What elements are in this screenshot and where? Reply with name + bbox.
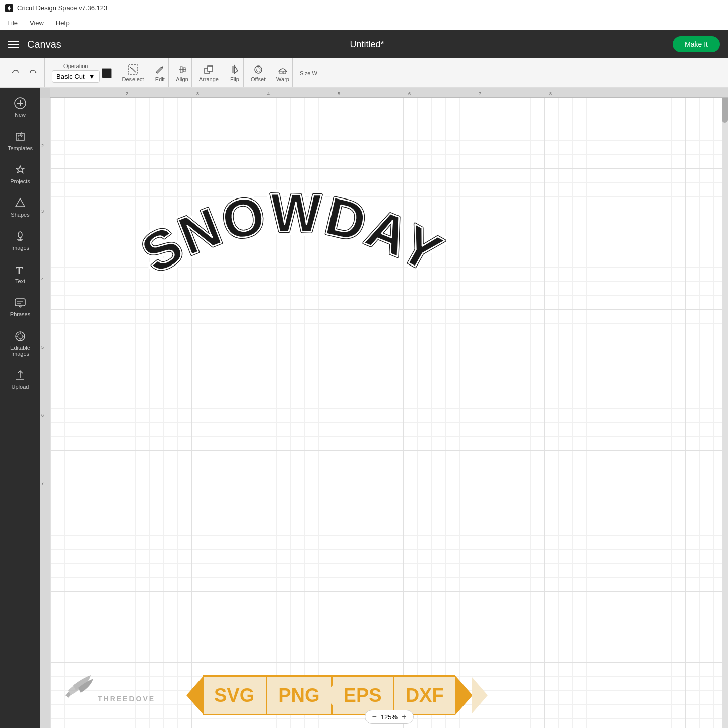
svg-point-25 — [18, 334, 23, 339]
svg-rect-21 — [15, 299, 25, 306]
sidebar-item-templates[interactable]: Templates — [2, 125, 38, 156]
ruler-left: 2 3 4 5 6 7 — [40, 98, 50, 728]
ruler-num-5: 5 — [338, 91, 340, 96]
title-bar: Cricut Design Space v7.36.123 — [0, 0, 728, 16]
arrange-group: Arrange — [196, 58, 222, 87]
ruler-num-4: 4 — [267, 91, 270, 96]
arrange-icon — [203, 64, 214, 75]
warp-label: Warp — [276, 76, 289, 82]
document-title: Untitled* — [350, 39, 384, 50]
format-left-arrow-border — [186, 675, 204, 715]
arrange-control[interactable]: Arrange — [199, 64, 219, 82]
sidebar-new-label: New — [15, 112, 26, 118]
zoom-level: 125% — [381, 713, 398, 721]
svg-rect-7 — [208, 66, 213, 71]
ruler-left-7: 7 — [41, 481, 44, 486]
new-icon — [14, 97, 27, 110]
canvas-content: SNOWDAY SNOWDAY SNOWDAY — [50, 98, 728, 728]
redo-icon — [29, 69, 38, 78]
menu-bar: File View Help — [0, 16, 728, 30]
sidebar-item-new[interactable]: New — [2, 92, 38, 123]
svg-rect-12 — [283, 71, 286, 74]
svg-point-16 — [18, 232, 22, 238]
sidebar-images-label: Images — [11, 245, 29, 251]
svg-rect-11 — [280, 71, 282, 74]
svg-point-9 — [255, 66, 262, 73]
watermark-text: THREEDOVE — [98, 695, 155, 703]
flip-icon — [229, 64, 240, 75]
hamburger-menu[interactable] — [8, 41, 19, 48]
operation-label: Operation — [52, 63, 100, 69]
color-swatch[interactable] — [102, 68, 112, 78]
flip-control[interactable]: Flip — [229, 64, 240, 82]
edit-control[interactable]: Edit — [154, 64, 165, 82]
zoom-control: − 125% + — [365, 710, 414, 724]
sidebar-item-upload[interactable]: Upload — [2, 364, 38, 395]
format-left-arrow-fill — [324, 677, 340, 714]
size-group: Size W — [297, 58, 320, 87]
ruler-left-4: 4 — [41, 277, 44, 282]
format-svg: SVG — [203, 677, 267, 714]
menu-file[interactable]: File — [5, 18, 20, 28]
deselect-control[interactable]: Deselect — [122, 64, 144, 82]
sidebar-item-images[interactable]: Images — [2, 225, 38, 256]
editable-images-icon — [14, 329, 27, 343]
phrases-icon — [14, 296, 27, 309]
sidebar-item-phrases[interactable]: Phrases — [2, 291, 38, 322]
zoom-in-button[interactable]: + — [402, 712, 406, 721]
sidebar-item-text[interactable]: T Text — [2, 258, 38, 289]
ruler-left-2: 2 — [41, 143, 44, 148]
sidebar-phrases-label: Phrases — [10, 311, 30, 317]
flip-group: Flip — [226, 58, 244, 87]
ruler-num-7: 7 — [479, 91, 481, 96]
vertical-scrollbar[interactable] — [722, 88, 728, 728]
warp-group: Warp — [273, 58, 293, 87]
app-header: Canvas Untitled* Make It — [0, 30, 728, 58]
warp-control[interactable]: Warp — [276, 64, 289, 82]
sidebar-item-editable-images[interactable]: Editable Images — [2, 324, 38, 362]
offset-control[interactable]: Offset — [251, 64, 266, 82]
undo-button[interactable] — [7, 66, 23, 80]
shapes-icon — [14, 196, 27, 210]
size-control[interactable]: Size W — [300, 70, 317, 76]
menu-help[interactable]: Help — [54, 18, 72, 28]
ruler-num-2: 2 — [126, 91, 128, 96]
deselect-label: Deselect — [122, 76, 144, 82]
canvas-area[interactable]: 2 3 4 5 6 7 8 2 3 4 5 6 7 — [40, 88, 728, 728]
ruler-left-6: 6 — [41, 413, 44, 418]
flip-label: Flip — [230, 76, 239, 82]
ruler-left-5: 5 — [41, 345, 44, 350]
offset-icon — [253, 64, 264, 75]
operation-select[interactable]: Basic Cut ▼ — [52, 70, 100, 83]
format-eps: EPS — [333, 677, 394, 714]
redo-button[interactable] — [25, 66, 41, 80]
snowday-design[interactable]: SNOWDAY SNOWDAY SNOWDAY — [116, 148, 469, 324]
sidebar-item-projects[interactable]: Projects — [2, 158, 38, 189]
operation-value: Basic Cut — [56, 73, 85, 80]
align-control[interactable]: Align — [176, 64, 188, 82]
watermark-area: THREEDOVE — [60, 668, 155, 703]
svg-text:SNOWDAY: SNOWDAY — [131, 182, 453, 285]
sidebar-shapes-label: Shapes — [11, 212, 29, 218]
align-group: Align — [173, 58, 191, 87]
warp-icon — [277, 64, 288, 75]
offset-label: Offset — [251, 76, 266, 82]
make-it-button[interactable]: Make It — [673, 36, 720, 52]
format-png: PNG — [267, 677, 332, 714]
threedove-logo — [60, 668, 96, 703]
ruler-left-3: 3 — [41, 209, 44, 214]
sidebar-item-shapes[interactable]: Shapes — [2, 191, 38, 223]
size-label: Size W — [300, 70, 317, 76]
images-icon — [14, 230, 27, 243]
sidebar-projects-label: Projects — [10, 178, 30, 184]
canvas-viewport[interactable]: SNOWDAY SNOWDAY SNOWDAY — [50, 98, 728, 728]
zoom-out-button[interactable]: − — [372, 712, 377, 721]
arrange-label: Arrange — [199, 76, 219, 82]
edit-group: Edit — [151, 58, 169, 87]
menu-view[interactable]: View — [28, 18, 46, 28]
ruler-num-6: 6 — [408, 91, 411, 96]
svg-text:T: T — [16, 264, 23, 276]
svg-point-10 — [256, 68, 260, 72]
undo-redo-group — [4, 58, 45, 87]
deselect-group: Deselect — [119, 58, 148, 87]
